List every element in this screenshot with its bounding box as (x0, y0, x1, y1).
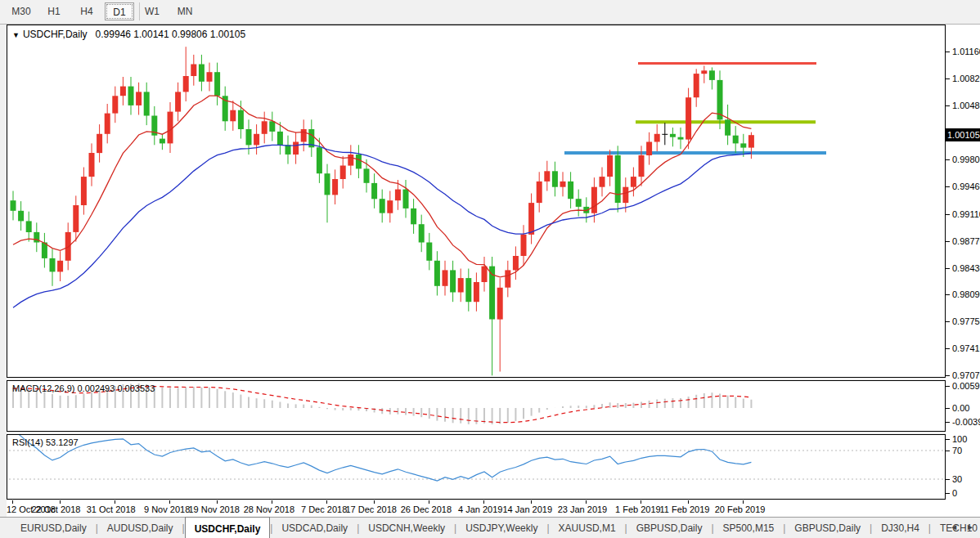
rsi-axis-label: 0 (952, 488, 957, 498)
price-tick (946, 214, 950, 215)
price-tick (946, 105, 950, 106)
rsi-plot (7, 435, 945, 499)
rsi-axis-label: 30 (952, 474, 962, 484)
main-chart-panel[interactable]: ▼USDCHF,Daily0.99946 1.00141 0.99806 1.0… (7, 25, 946, 378)
price-tick (946, 348, 950, 349)
date-tick (60, 500, 61, 504)
chart-tab-gbpusd-daily[interactable]: GBPUSD,Daily (627, 518, 712, 538)
price-axis-label: 0.97410 (952, 343, 980, 353)
rsi-label: RSI(14) 53.1297 (12, 437, 79, 447)
scroll-tabs-right-icon[interactable]: ► (962, 518, 978, 536)
macd-axis-label: 0.005925 (952, 381, 980, 391)
chart-tab-sp500-m15[interactable]: SP500,M15 (714, 518, 784, 538)
date-axis-label: 31 Oct 2018 (87, 504, 136, 514)
scroll-tabs-left-icon[interactable]: ◄ (946, 518, 962, 536)
price-axis-label: 0.98430 (952, 263, 980, 273)
timeframe-button-h4[interactable]: H4 (72, 2, 101, 20)
price-tick (946, 159, 950, 160)
date-axis-label: 7 Dec 2018 (301, 504, 347, 514)
rsi-panel[interactable]: RSI(14) 53.1297 (7, 434, 946, 500)
date-tick (272, 500, 272, 504)
date-axis-label: 26 Dec 2018 (401, 504, 452, 514)
price-tick (946, 294, 950, 295)
timeframe-toolbar: M30H1H4D1W1MN (0, 0, 980, 25)
macd-tick (946, 386, 950, 387)
date-tick (217, 500, 218, 504)
date-axis-label: 23 Jan 2019 (558, 504, 608, 514)
date-tick (531, 500, 532, 504)
price-axis-label: 0.97070 (952, 370, 980, 380)
chart-tab-xauusd-m1[interactable]: XAUUSD,M1 (550, 518, 625, 538)
date-tick (743, 500, 744, 504)
macd-axis-label: 0.00 (952, 403, 969, 413)
mt4-chart-window: M30H1H4D1W1MN ▼USDCHF,Daily0.99946 1.001… (0, 0, 980, 538)
candles (11, 47, 754, 375)
date-tick (688, 500, 689, 504)
price-axis-label: 0.97750 (952, 316, 980, 326)
macd-axis-label: -0.003951 (952, 417, 980, 427)
date-axis-label: 11 Feb 2019 (660, 504, 710, 514)
date-axis-label: 20 Feb 2019 (715, 504, 766, 514)
price-tick (946, 52, 950, 52)
rsi-line (13, 435, 751, 481)
date-axis[interactable]: 12 Oct 201822 Oct 201831 Oct 20189 Nov 2… (7, 500, 980, 517)
chart-tab-usdchf-daily[interactable]: USDCHF,Daily (185, 517, 271, 538)
timeframe-button-h1[interactable]: H1 (39, 2, 69, 20)
price-axis[interactable]: 1.00105 1.011601.008201.004801.001400.99… (946, 25, 980, 500)
chart-tab-eurusd-daily[interactable]: EURUSD,Daily (11, 518, 96, 538)
price-axis-label: 0.98770 (952, 236, 980, 246)
chart-tab-gbpusd-daily[interactable]: GBPUSD,Daily (785, 518, 870, 538)
chart-ohlc-values: 0.99946 1.00141 0.99806 1.00105 (96, 29, 246, 40)
toolbar-separator (139, 2, 140, 20)
price-axis-label: 0.99800 (952, 155, 980, 164)
macd-tick (946, 408, 950, 409)
price-tick (946, 186, 950, 187)
price-tick (946, 78, 950, 79)
price-tick (946, 268, 950, 269)
price-axis-label: 1.01160 (952, 47, 980, 56)
candlestick-plot[interactable] (7, 25, 945, 377)
rsi-tick (946, 493, 950, 494)
macd-label: MACD(12,26,9) 0.002493 0.003533 (12, 383, 155, 393)
date-axis-label: 14 Jan 2019 (503, 504, 553, 514)
date-axis-label: 17 Dec 2018 (346, 504, 397, 514)
rsi-tick (946, 439, 950, 440)
rsi-axis-label: 100 (952, 434, 967, 444)
date-tick (326, 500, 327, 504)
chart-symbol: USDCHF,Daily (23, 29, 88, 40)
tab-scroll-buttons: ◄ ► (946, 518, 978, 536)
current-price-tag: 1.00105 (946, 128, 980, 141)
chart-tab-dj30-h4[interactable]: DJ30,H4 (872, 518, 928, 538)
price-axis-label: 0.99460 (952, 182, 980, 191)
date-axis-label: 19 Nov 2018 (189, 504, 240, 514)
symbol-dropdown-icon[interactable]: ▼ (12, 31, 20, 39)
macd-panel[interactable]: MACD(12,26,9) 0.002493 0.003533 (7, 380, 946, 432)
price-axis-label: 1.00820 (952, 74, 980, 83)
macd-tick (946, 422, 950, 423)
date-axis-label: 28 Nov 2018 (244, 504, 294, 514)
chart-tab-audusd-daily[interactable]: AUDUSD,Daily (98, 518, 182, 538)
date-tick (483, 500, 484, 504)
timeframe-button-w1[interactable]: W1 (137, 2, 167, 20)
date-tick (169, 500, 170, 504)
price-tick (946, 321, 950, 322)
chart-tab-usdcad-daily[interactable]: USDCAD,Daily (272, 518, 357, 538)
price-axis-label: 0.99110 (952, 209, 980, 219)
timeframe-button-mn[interactable]: MN (170, 2, 200, 20)
rsi-axis-label: 70 (952, 446, 962, 455)
price-axis-label: 0.98090 (952, 289, 980, 299)
price-axis-label: 1.00480 (952, 101, 980, 110)
timeframe-button-d1[interactable]: D1 (105, 2, 134, 20)
chart-tabs-bar: EURUSD,Daily|AUDUSD,Daily|USDCHF,Daily|U… (0, 517, 980, 538)
date-axis-label: 1 Feb 2019 (615, 504, 661, 514)
rsi-tick (946, 451, 950, 451)
chart-tab-usdcnh-weekly[interactable]: USDCNH,Weekly (359, 518, 454, 538)
date-tick (115, 500, 115, 504)
date-tick (586, 500, 587, 504)
chart-tab-usdjpy-weekly[interactable]: USDJPY,Weekly (456, 518, 546, 538)
date-axis-label: 4 Jan 2019 (458, 504, 502, 514)
price-tick (946, 241, 950, 242)
date-tick (641, 500, 641, 504)
timeframe-button-m30[interactable]: M30 (7, 2, 36, 20)
date-axis-label: 22 Oct 2018 (32, 504, 81, 514)
